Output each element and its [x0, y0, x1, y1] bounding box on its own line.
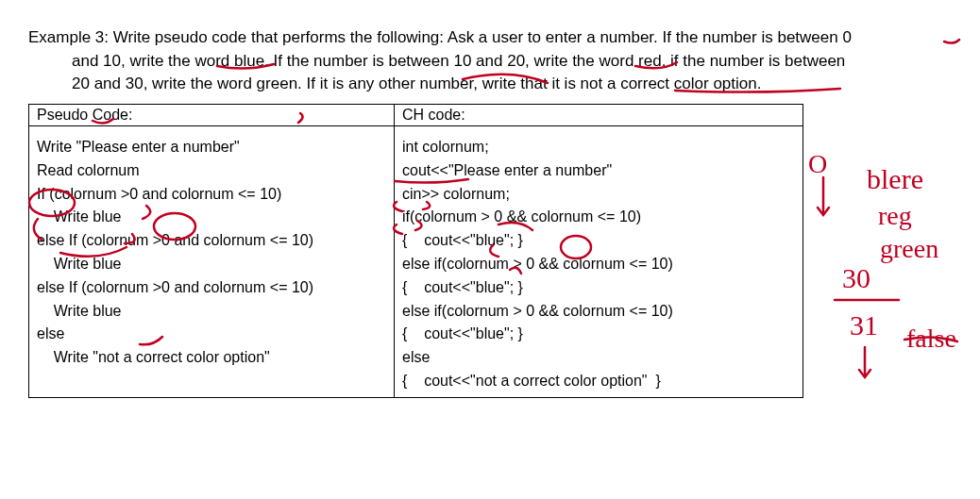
pseudo-code-block: Write "Please enter a number" Read color…	[37, 136, 386, 370]
hand-false: false	[906, 325, 956, 352]
cell-ch-code: int colornum; cout<<"Please enter a numb…	[395, 125, 803, 397]
hand-word-reg: reg	[878, 203, 912, 229]
example-prompt: Example 3: Write pseudo code that perfor…	[28, 26, 952, 96]
cell-pseudo: Write "Please enter a number" Read color…	[29, 125, 395, 397]
header-pseudo: Pseudo Code:	[29, 104, 395, 125]
prompt-line-1: Example 3: Write pseudo code that perfor…	[28, 26, 952, 50]
ch-code-block: int colornum; cout<<"Please enter a numb…	[402, 136, 795, 393]
hand-word-green: green	[880, 236, 938, 262]
hand-thirtyone: 31	[850, 311, 878, 340]
prompt-line-2: and 10, write the word blue. If the numb…	[72, 50, 952, 74]
prompt-line-3: 20 and 30, write the word green. If it i…	[72, 73, 952, 96]
hand-zero-circle: O	[808, 151, 827, 177]
hand-word-blere: blere	[867, 165, 923, 193]
header-ch-code: CH code:	[395, 104, 803, 125]
hand-thirty: 30	[842, 264, 870, 292]
code-table: Pseudo Code: CH code: Write "Please ente…	[28, 104, 803, 398]
